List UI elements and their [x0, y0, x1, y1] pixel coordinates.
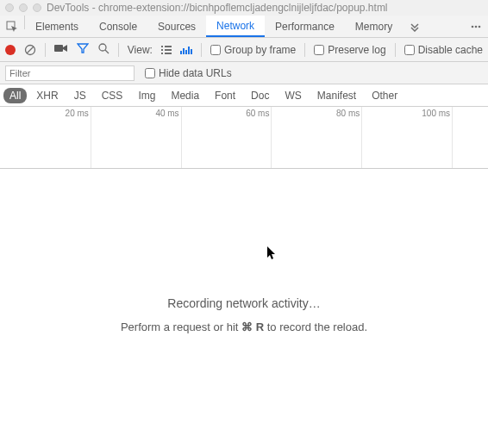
- timeline-tick-label: 100 ms: [422, 109, 452, 118]
- timeline-tick: [452, 107, 453, 168]
- timeline-tick: [361, 107, 362, 168]
- timeline-tick: [181, 107, 182, 168]
- type-filter-js[interactable]: JS: [68, 88, 92, 103]
- clear-button[interactable]: [24, 44, 36, 56]
- hint-post: to record the reload.: [264, 320, 367, 333]
- type-filter-media[interactable]: Media: [165, 88, 205, 103]
- svg-point-1: [472, 25, 474, 28]
- svg-point-7: [99, 44, 106, 51]
- search-icon[interactable]: [97, 42, 109, 57]
- separator: [304, 43, 305, 57]
- svg-point-3: [479, 25, 481, 28]
- more-tabs-icon[interactable]: [403, 16, 427, 37]
- timeline-tick-label: 80 ms: [336, 109, 361, 118]
- large-rows-icon[interactable]: [161, 46, 172, 54]
- tab-memory[interactable]: Memory: [345, 16, 403, 37]
- timeline-overview[interactable]: 20 ms40 ms60 ms80 ms100 ms: [0, 107, 488, 169]
- timeline-tick: [271, 107, 272, 168]
- type-filter-font[interactable]: Font: [209, 88, 241, 103]
- filter-icon[interactable]: [77, 42, 89, 57]
- preserve-log-label: Preserve log: [328, 44, 385, 56]
- timeline-tick-label: 40 ms: [155, 109, 180, 118]
- type-filter-xhr[interactable]: XHR: [30, 88, 64, 103]
- view-label: View:: [128, 44, 153, 56]
- tab-elements[interactable]: Elements: [25, 16, 89, 37]
- panel-tabs: ElementsConsoleSourcesNetworkPerformance…: [0, 16, 488, 38]
- timeline-tick: [91, 107, 91, 168]
- record-button[interactable]: [5, 45, 16, 55]
- zoom-window-button[interactable]: [33, 3, 41, 12]
- filter-bar: Hide data URLs: [0, 62, 488, 84]
- separator: [201, 43, 202, 57]
- type-filter-css[interactable]: CSS: [96, 88, 129, 103]
- hide-data-urls-checkbox[interactable]: Hide data URLs: [145, 67, 232, 79]
- tab-sources[interactable]: Sources: [147, 16, 206, 37]
- type-filter-all[interactable]: All: [3, 88, 27, 103]
- window-titlebar: DevTools - chrome-extension://bicnhpofle…: [0, 0, 488, 16]
- mouse-cursor-icon: [267, 246, 278, 260]
- type-filter-manifest[interactable]: Manifest: [311, 88, 362, 103]
- hint-pre: Perform a request or hit: [121, 320, 241, 333]
- filter-input[interactable]: [5, 65, 135, 81]
- svg-point-2: [475, 25, 478, 28]
- waterfall-icon[interactable]: [180, 46, 192, 54]
- hint-message: Perform a request or hit ⌘ R to record t…: [0, 320, 488, 333]
- network-log-empty: Recording network activity… Perform a re…: [0, 169, 488, 448]
- separator: [45, 43, 46, 57]
- tab-console[interactable]: Console: [89, 16, 147, 37]
- window-title: DevTools - chrome-extension://bicnhpofle…: [47, 2, 388, 14]
- preserve-log-checkbox[interactable]: Preserve log: [314, 44, 385, 56]
- settings-menu-icon[interactable]: [464, 16, 488, 37]
- resource-type-filters: AllXHRJSCSSImgMediaFontDocWSManifestOthe…: [0, 84, 488, 107]
- timeline-tick-label: 60 ms: [246, 109, 271, 118]
- hint-shortcut: ⌘ R: [241, 320, 264, 333]
- svg-line-8: [105, 50, 109, 53]
- window-controls: [5, 3, 41, 12]
- close-window-button[interactable]: [5, 3, 14, 12]
- camera-icon[interactable]: [54, 43, 68, 56]
- inspect-element-icon[interactable]: [0, 16, 24, 37]
- svg-rect-6: [54, 45, 63, 52]
- type-filter-ws[interactable]: WS: [278, 88, 307, 103]
- separator: [395, 43, 396, 57]
- timeline-tick-label: 20 ms: [66, 109, 91, 118]
- type-filter-other[interactable]: Other: [366, 88, 404, 103]
- disable-cache-label: Disable cache: [418, 44, 483, 56]
- minimize-window-button[interactable]: [19, 3, 28, 12]
- network-toolbar: View: Group by frame Preserve log Disabl…: [0, 38, 488, 62]
- type-filter-img[interactable]: Img: [132, 88, 161, 103]
- disable-cache-checkbox[interactable]: Disable cache: [404, 44, 483, 56]
- hide-data-urls-label: Hide data URLs: [159, 67, 232, 79]
- type-filter-doc[interactable]: Doc: [245, 88, 275, 103]
- group-by-frame-checkbox[interactable]: Group by frame: [210, 44, 296, 56]
- svg-line-5: [27, 47, 34, 53]
- group-by-frame-label: Group by frame: [224, 44, 296, 56]
- separator: [118, 43, 119, 57]
- tab-network[interactable]: Network: [206, 16, 265, 37]
- tab-performance[interactable]: Performance: [265, 16, 345, 37]
- recording-message: Recording network activity…: [0, 296, 488, 310]
